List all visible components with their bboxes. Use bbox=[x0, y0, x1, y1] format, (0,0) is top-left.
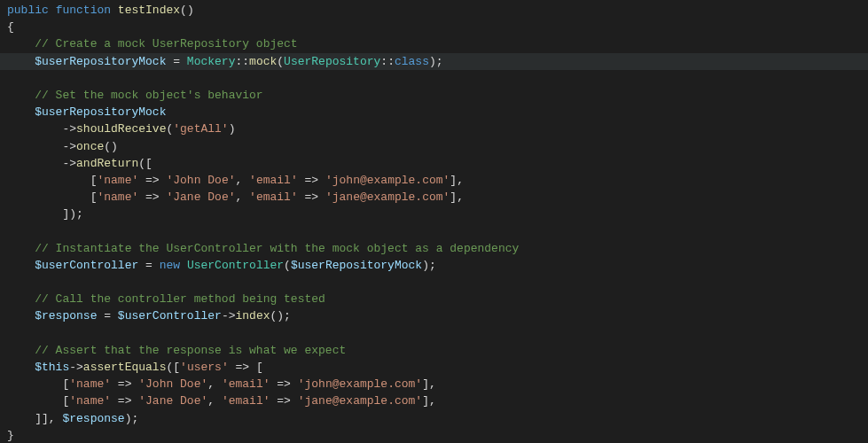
keyword: class bbox=[395, 55, 429, 68]
keyword: public bbox=[7, 4, 49, 17]
arrow: => bbox=[229, 361, 256, 374]
comment: // Set the mock object's behavior bbox=[35, 89, 262, 102]
variable: $userController bbox=[35, 259, 138, 272]
code-line: ]], $response); bbox=[0, 410, 868, 427]
code-line bbox=[0, 274, 868, 291]
arrow: => bbox=[298, 190, 325, 204]
code-line bbox=[0, 222, 868, 239]
punctuation: ([ bbox=[138, 157, 152, 170]
operator: = bbox=[166, 55, 186, 68]
string: 'email' bbox=[249, 174, 298, 187]
code-line: } bbox=[0, 427, 868, 443]
string: 'John Doe' bbox=[166, 174, 235, 187]
brace: } bbox=[7, 429, 14, 442]
code-line: ['name' => 'John Doe', 'email' => 'john@… bbox=[0, 376, 868, 392]
punctuation: ( bbox=[284, 259, 291, 272]
variable: $userRepositoryMock bbox=[35, 105, 166, 119]
brace: { bbox=[7, 20, 14, 34]
punctuation: ], bbox=[450, 174, 464, 187]
method: index bbox=[235, 309, 270, 323]
punctuation: (); bbox=[270, 309, 291, 323]
arrow: -> bbox=[69, 361, 83, 374]
punctuation: ], bbox=[422, 394, 436, 408]
arrow: -> bbox=[62, 157, 76, 170]
comment: // Assert that the response is what we e… bbox=[35, 344, 346, 357]
arrow: => bbox=[138, 174, 166, 187]
punctuation: () bbox=[180, 4, 194, 17]
punctuation: ); bbox=[422, 259, 436, 272]
punctuation: [ bbox=[256, 361, 263, 374]
arrow: => bbox=[111, 394, 138, 408]
code-line: ['name' => 'John Doe', 'email' => 'john@… bbox=[0, 172, 868, 189]
class-name: UserController bbox=[187, 259, 284, 272]
punctuation: ( bbox=[277, 55, 284, 68]
code-line: $response = $userController->index(); bbox=[0, 307, 868, 324]
punctuation: ([ bbox=[166, 361, 180, 374]
code-line: ['name' => 'Jane Doe', 'email' => 'jane@… bbox=[0, 392, 868, 409]
operator: = bbox=[138, 259, 159, 272]
string: 'Jane Doe' bbox=[166, 190, 235, 204]
arrow: -> bbox=[62, 140, 76, 153]
comma: , bbox=[235, 174, 249, 187]
method: mock bbox=[249, 55, 277, 68]
space bbox=[180, 259, 187, 272]
variable: $userController bbox=[118, 309, 222, 323]
arrow: => bbox=[138, 190, 166, 204]
operator: = bbox=[97, 309, 117, 323]
comment: // Create a mock UserRepository object bbox=[35, 37, 297, 51]
punctuation: ); bbox=[429, 55, 443, 68]
method: shouldReceive bbox=[76, 122, 166, 136]
keyword: new bbox=[160, 259, 180, 272]
punctuation: ) bbox=[229, 122, 236, 136]
code-line: // Assert that the response is what we e… bbox=[0, 342, 868, 359]
class-name: Mockery bbox=[187, 55, 236, 68]
variable: $response bbox=[62, 412, 124, 425]
code-line: public function testIndex() bbox=[0, 2, 868, 19]
code-line: // Create a mock UserRepository object bbox=[0, 35, 868, 52]
code-editor[interactable]: public function testIndex() { // Create … bbox=[0, 2, 868, 443]
string: 'name' bbox=[97, 174, 138, 187]
keyword: function bbox=[56, 4, 111, 17]
code-line: ->once() bbox=[0, 138, 868, 155]
string: 'email' bbox=[222, 377, 270, 391]
string: 'getAll' bbox=[173, 122, 228, 136]
arrow: -> bbox=[222, 309, 236, 323]
code-line: // Instantiate the UserController with t… bbox=[0, 240, 868, 257]
string: 'users' bbox=[180, 361, 229, 374]
code-line: ->shouldReceive('getAll') bbox=[0, 120, 868, 137]
code-line bbox=[0, 325, 868, 342]
code-line bbox=[0, 70, 868, 87]
arrow: -> bbox=[62, 122, 76, 136]
code-line: ->andReturn([ bbox=[0, 155, 868, 172]
method: assertEquals bbox=[83, 361, 167, 374]
string: 'email' bbox=[249, 190, 298, 204]
class-name: UserRepository bbox=[284, 55, 380, 68]
arrow: => bbox=[298, 174, 325, 187]
string: 'john@example.com' bbox=[325, 174, 450, 187]
code-line: $userController = new UserController($us… bbox=[0, 257, 868, 274]
method: once bbox=[76, 140, 104, 153]
comma: , bbox=[235, 190, 249, 204]
punctuation: () bbox=[104, 140, 118, 153]
code-line: $userRepositoryMock bbox=[0, 104, 868, 120]
comma: , bbox=[207, 394, 222, 408]
code-line: // Set the mock object's behavior bbox=[0, 87, 868, 104]
code-line-highlighted: $userRepositoryMock = Mockery::mock(User… bbox=[0, 53, 868, 70]
variable: $response bbox=[35, 309, 97, 323]
comment: // Instantiate the UserController with t… bbox=[35, 242, 519, 255]
operator: :: bbox=[235, 55, 249, 68]
string: 'name' bbox=[69, 394, 111, 408]
code-line: ]); bbox=[0, 206, 868, 222]
arrow: => bbox=[111, 377, 138, 391]
punctuation: ); bbox=[125, 412, 139, 425]
punctuation: ], bbox=[450, 190, 464, 204]
arrow: => bbox=[270, 394, 298, 408]
string: 'john@example.com' bbox=[298, 377, 422, 391]
string: 'jane@example.com' bbox=[298, 394, 422, 408]
string: 'name' bbox=[97, 190, 138, 204]
string: 'name' bbox=[69, 377, 111, 391]
method: andReturn bbox=[76, 157, 138, 170]
string: 'John Doe' bbox=[138, 377, 207, 391]
arrow: => bbox=[270, 377, 298, 391]
string: 'jane@example.com' bbox=[325, 190, 450, 204]
